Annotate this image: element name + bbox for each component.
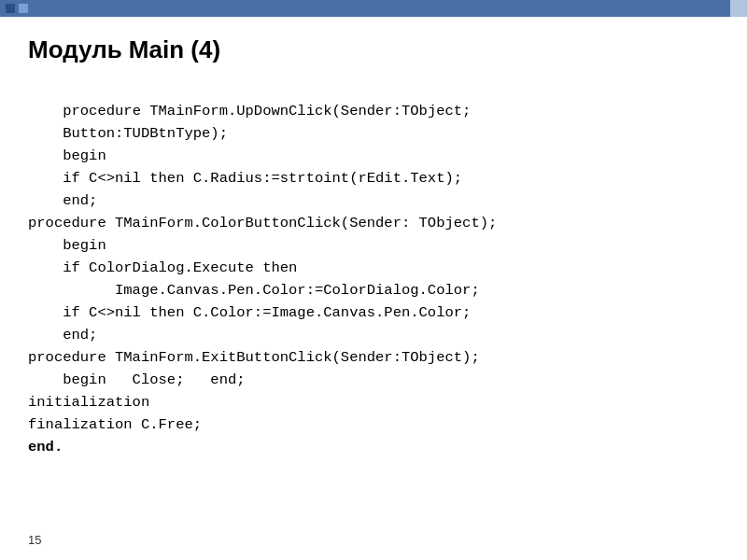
content-area: Модуль Main (4) procedure TMainForm.UpDo…	[0, 17, 747, 560]
code-block: procedure TMainForm.UpDownClick(Sender:T…	[28, 77, 719, 481]
code-line-1: procedure TMainForm.UpDownClick(Sender:T…	[28, 103, 497, 455]
top-bar-square-light	[19, 4, 28, 13]
top-bar-square-dark	[6, 4, 15, 13]
page-title: Модуль Main (4)	[28, 35, 719, 64]
right-accent	[730, 0, 747, 17]
page-number: 15	[28, 533, 41, 547]
top-bar	[0, 0, 747, 17]
code-line-end: end.	[28, 439, 63, 455]
